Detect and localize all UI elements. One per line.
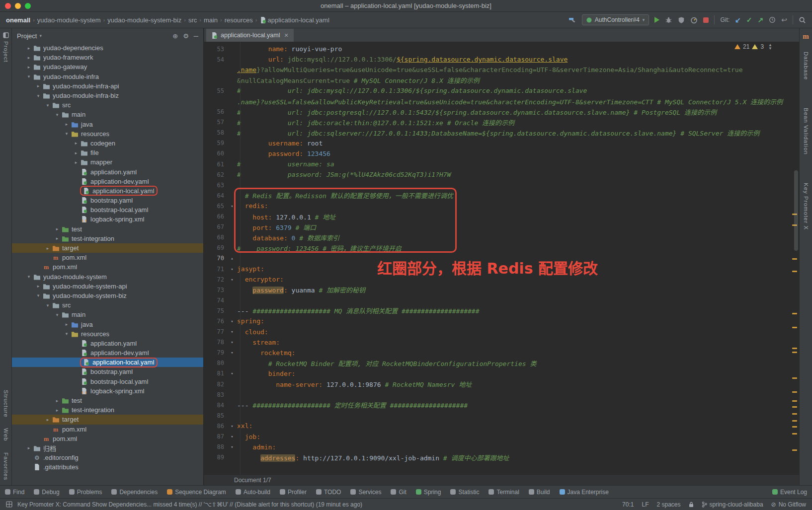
chevron-collapsed-icon[interactable]: ▸ bbox=[72, 160, 80, 165]
chevron-collapsed-icon[interactable]: ▸ bbox=[53, 408, 61, 413]
editor-line-62[interactable]: 62# password: JSm:g(*%lU4ZAkz06cd52KqT3)… bbox=[204, 169, 799, 180]
tree-item[interactable]: ▸test bbox=[12, 224, 203, 234]
chevron-collapsed-icon[interactable]: ▸ bbox=[53, 236, 61, 241]
editor-wrapped-line[interactable]: .name}?allowMultiQueries=true&useUnicode… bbox=[204, 65, 799, 75]
fold-marker-icon[interactable]: ▾ bbox=[227, 204, 237, 209]
tree-item[interactable]: bootstrap-local.yaml bbox=[12, 205, 203, 215]
chevron-collapsed-icon[interactable]: ▸ bbox=[72, 150, 80, 155]
chevron-collapsed-icon[interactable]: ▸ bbox=[25, 65, 33, 70]
profiler-icon[interactable] bbox=[690, 16, 698, 24]
fold-marker-icon[interactable]: ▾ bbox=[227, 424, 237, 429]
project-panel-title[interactable]: Project bbox=[17, 32, 37, 40]
tool-window-switcher-icon[interactable] bbox=[6, 501, 12, 508]
tree-item[interactable]: ▾src bbox=[12, 300, 203, 310]
tool-button-structure[interactable]: Structure bbox=[3, 390, 9, 418]
breadcrumb-item-src[interactable]: src bbox=[188, 16, 197, 24]
fold-marker-icon[interactable]: ▾ bbox=[227, 319, 237, 324]
chevron-collapsed-icon[interactable]: ▸ bbox=[63, 322, 71, 327]
coverage-shield-icon[interactable] bbox=[678, 16, 685, 24]
tree-item[interactable]: ▸yudao-module-infra-api bbox=[12, 81, 203, 91]
editor-line-73[interactable]: 73 password: yuanma # 加解密的秘钥 bbox=[204, 285, 799, 295]
chevron-collapsed-icon[interactable]: ▸ bbox=[53, 398, 61, 403]
chevron-collapsed-icon[interactable]: ▸ bbox=[34, 284, 42, 289]
tool-button-problems[interactable]: Problems bbox=[69, 489, 102, 496]
editor-line-63[interactable]: 63 bbox=[204, 180, 799, 190]
chevron-expanded-icon[interactable]: ▾ bbox=[25, 74, 33, 79]
tool-button-services[interactable]: Services bbox=[350, 489, 381, 496]
editor-content[interactable]: 53 name: ruoyi-vue-pro54 url: jdbc:mysql… bbox=[204, 42, 799, 474]
tree-item[interactable]: application-dev.yaml bbox=[12, 348, 203, 358]
git-push-icon[interactable]: ↗ bbox=[758, 16, 764, 23]
breadcrumb-item-main[interactable]: main bbox=[204, 16, 218, 24]
editor-line-87[interactable]: 87▾ job: bbox=[204, 431, 799, 441]
tool-button-sequence-diagram[interactable]: Sequence Diagram bbox=[167, 489, 226, 496]
fold-marker-icon[interactable]: ▾ bbox=[227, 371, 237, 376]
editor-line-54[interactable]: 54 url: jdbc:mysql://127.0.0.1:3306/${sp… bbox=[204, 54, 799, 65]
tool-button-event-log[interactable]: Event Log bbox=[772, 489, 807, 496]
chevron-collapsed-icon[interactable]: ▸ bbox=[25, 55, 33, 60]
editor-line-60[interactable]: 60 password: 123456 bbox=[204, 148, 799, 159]
breadcrumb-item-resources[interactable]: resources bbox=[225, 16, 253, 24]
tool-button-favorites[interactable]: Favorites bbox=[3, 452, 9, 480]
tree-item[interactable]: ▸test-integration bbox=[12, 234, 203, 243]
tree-item[interactable]: ▸file bbox=[12, 148, 203, 157]
tool-button-web[interactable]: Web bbox=[3, 428, 9, 441]
tool-button-build[interactable]: Build bbox=[529, 489, 550, 496]
tree-item[interactable]: ▸mapper bbox=[12, 157, 203, 167]
tree-item[interactable]: ▸target bbox=[12, 243, 203, 253]
editor-wrapped-line[interactable]: .name}?useSSL=false&allowPublicKeyRetrie… bbox=[204, 96, 799, 106]
tree-item[interactable]: ⚙.editorconfig bbox=[12, 453, 203, 462]
tool-button-terminal[interactable]: Terminal bbox=[488, 489, 519, 496]
fold-marker-icon[interactable]: ▾ bbox=[227, 434, 237, 439]
breadcrumb-item-application-local.yaml[interactable]: application-local.yaml bbox=[260, 16, 329, 24]
tree-item[interactable]: ▾resources bbox=[12, 329, 203, 339]
git-branch-widget[interactable]: spring-cloud-alibaba bbox=[702, 501, 763, 508]
fold-marker-icon[interactable]: ▾ bbox=[227, 340, 237, 345]
git-commit-check-icon[interactable]: ✓ bbox=[746, 16, 752, 23]
tree-item[interactable]: ▸归档 bbox=[12, 443, 203, 453]
rollback-icon[interactable]: ↩ bbox=[781, 16, 787, 23]
fold-marker-icon[interactable]: ▾ bbox=[227, 267, 237, 272]
tree-item[interactable]: mpom.xml bbox=[12, 434, 203, 443]
tool-button-auto-build[interactable]: Auto-build bbox=[236, 489, 270, 496]
chevron-collapsed-icon[interactable]: ▸ bbox=[25, 445, 33, 450]
editor-line-58[interactable]: 58# url: jdbc:sqlserver://127.0.0.1:1433… bbox=[204, 128, 799, 138]
debug-bug-icon[interactable] bbox=[665, 16, 672, 24]
editor-line-59[interactable]: 59 username: root bbox=[204, 138, 799, 148]
minimize-button[interactable] bbox=[15, 3, 21, 9]
editor-line-53[interactable]: 53 name: ruoyi-vue-pro bbox=[204, 44, 799, 54]
editor-line-77[interactable]: 77▾ cloud: bbox=[204, 327, 799, 337]
build-hammer-icon[interactable] bbox=[568, 16, 576, 24]
tool-button-todo[interactable]: TODO bbox=[316, 489, 341, 496]
history-clock-icon[interactable] bbox=[769, 16, 776, 23]
fold-marker-icon[interactable]: ▴ bbox=[227, 256, 237, 261]
chevron-collapsed-icon[interactable]: ▸ bbox=[44, 417, 52, 422]
tree-item[interactable]: application-dev.yaml bbox=[12, 177, 203, 186]
editor-line-66[interactable]: 66 host: 127.0.0.1 # 地址 bbox=[204, 212, 799, 222]
editor-line-64[interactable]: 64 # Redis 配置。Redisson 默认的配置足够使用，一般不需要进行… bbox=[204, 190, 799, 201]
tool-button-java-enterprise[interactable]: Java Enterprise bbox=[560, 489, 609, 496]
chevron-collapsed-icon[interactable]: ▸ bbox=[53, 226, 61, 231]
tree-item[interactable]: bootstrap-local.yaml bbox=[12, 377, 203, 386]
editor-line-82[interactable]: 82 name-server: 127.0.0.1:9876 # RocketM… bbox=[204, 379, 799, 389]
breadcrumb-item-yudao-module-system-biz[interactable]: yudao-module-system-biz bbox=[107, 16, 181, 24]
editor-line-55[interactable]: 55# url: jdbc:mysql://127.0.0.1:3306/${s… bbox=[204, 85, 799, 96]
tree-item[interactable]: application-local.yaml bbox=[12, 186, 203, 196]
tree-item[interactable]: logback-spring.xml bbox=[12, 215, 203, 224]
tree-item[interactable]: ▾yudao-module-system-biz bbox=[12, 291, 203, 300]
indent-setting[interactable]: 2 spaces bbox=[656, 501, 680, 508]
chevron-collapsed-icon[interactable]: ▸ bbox=[34, 83, 42, 88]
tree-item[interactable]: application.yaml bbox=[12, 167, 203, 176]
fold-marker-icon[interactable]: ▾ bbox=[227, 350, 237, 355]
editor-line-68[interactable]: 68 database: 0 # 数据库索引 bbox=[204, 232, 799, 243]
breadcrumb-item-onemall[interactable]: onemall bbox=[6, 16, 30, 24]
editor-line-85[interactable]: 85 bbox=[204, 410, 799, 421]
editor-line-75[interactable]: 75--- #################### MQ 消息队列相关配置 #… bbox=[204, 305, 799, 316]
tree-item[interactable]: .gitattributes bbox=[12, 462, 203, 472]
chevron-collapsed-icon[interactable]: ▸ bbox=[25, 46, 33, 51]
caret-position[interactable]: 70:1 bbox=[622, 501, 634, 508]
tree-item[interactable]: ▸java bbox=[12, 120, 203, 129]
tree-item[interactable]: ▸yudao-framework bbox=[12, 53, 203, 62]
tree-item[interactable]: ▾yudao-module-infra bbox=[12, 72, 203, 81]
tree-item[interactable]: bootstrap.yaml bbox=[12, 196, 203, 205]
